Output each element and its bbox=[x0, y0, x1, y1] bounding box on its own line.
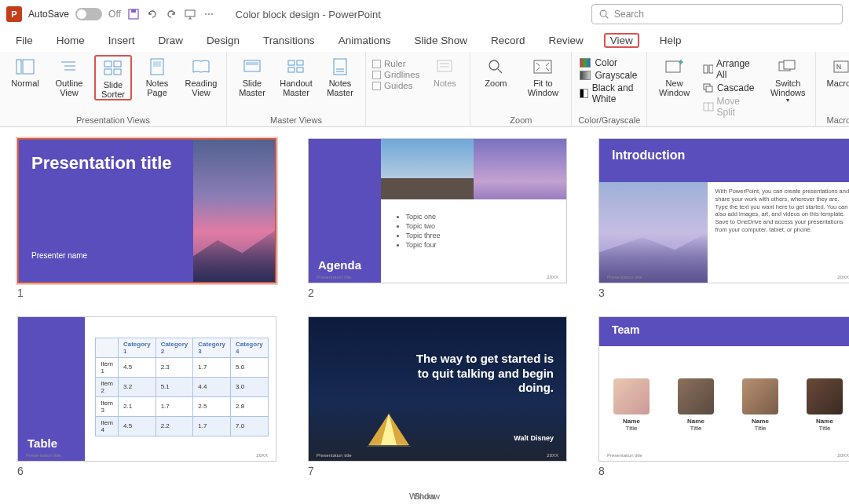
fit-to-window-button[interactable]: Fit to Window bbox=[521, 55, 565, 97]
notes-icon bbox=[434, 57, 455, 77]
tab-view[interactable]: View bbox=[604, 33, 639, 48]
group-label-macros: Macros bbox=[827, 115, 849, 126]
svg-rect-6 bbox=[23, 60, 34, 74]
slide3-title: Introduction bbox=[599, 139, 849, 182]
macros-button[interactable]: Macros bbox=[822, 55, 849, 88]
arrange-icon bbox=[703, 64, 713, 74]
notes-master-button[interactable]: Notes Master bbox=[321, 55, 359, 97]
tent-illustration bbox=[365, 412, 412, 447]
present-icon[interactable] bbox=[184, 8, 196, 20]
search-box[interactable]: Search bbox=[591, 4, 843, 24]
notes-button[interactable]: Notes bbox=[426, 55, 463, 126]
checkbox-icon bbox=[372, 71, 381, 79]
new-window-button[interactable]: New Window bbox=[653, 55, 695, 97]
svg-rect-12 bbox=[104, 69, 112, 75]
svg-rect-11 bbox=[114, 61, 121, 67]
tab-record[interactable]: Record bbox=[488, 33, 529, 48]
checkbox-icon bbox=[372, 82, 381, 90]
slide-thumb-1[interactable]: Presentation title Presenter name 1 bbox=[17, 138, 276, 299]
blackwhite-button[interactable]: Black and White bbox=[578, 82, 640, 105]
ribbon-tabs: File Home Insert Draw Design Transitions… bbox=[0, 28, 849, 52]
slide-sorter-pane[interactable]: Presentation title Presenter name 1 Topi… bbox=[0, 127, 849, 488]
color-button[interactable]: Color bbox=[578, 57, 619, 69]
slide-sorter-icon bbox=[103, 58, 123, 79]
tab-home[interactable]: Home bbox=[53, 33, 88, 48]
svg-rect-31 bbox=[666, 61, 680, 72]
slide-thumb-2[interactable]: Topic one Topic two Topic three Topic fo… bbox=[308, 138, 567, 299]
outline-view-button[interactable]: Outline View bbox=[50, 55, 88, 100]
avatar bbox=[742, 378, 778, 415]
svg-rect-10 bbox=[104, 61, 112, 67]
save-icon[interactable] bbox=[127, 8, 140, 20]
autosave-state: Off bbox=[108, 9, 121, 20]
reading-view-button[interactable]: Reading View bbox=[182, 55, 220, 100]
slide-master-button[interactable]: Slide Master bbox=[233, 55, 271, 97]
normal-view-button[interactable]: Normal bbox=[6, 55, 44, 100]
slide-thumb-6[interactable]: Table Category 1Category 2Category 3Cate… bbox=[17, 316, 276, 477]
guides-checkbox[interactable]: Guides bbox=[372, 80, 419, 91]
slide-thumb-3[interactable]: Introduction With PowerPoint, you can cr… bbox=[598, 138, 849, 299]
svg-point-3 bbox=[600, 10, 606, 16]
autosave-toggle[interactable] bbox=[75, 8, 102, 20]
svg-rect-32 bbox=[704, 65, 708, 73]
slide1-title: Presentation title bbox=[31, 154, 181, 173]
new-window-icon bbox=[664, 57, 685, 77]
notes-page-button[interactable]: Notes Page bbox=[138, 55, 176, 100]
slide-thumb-8[interactable]: Team NameTitle NameTitle NameTitle NameT… bbox=[598, 316, 849, 477]
tab-slideshow[interactable]: Slide Show bbox=[411, 33, 470, 48]
redo-icon[interactable] bbox=[165, 8, 177, 20]
slide2-title: Agenda bbox=[318, 258, 361, 272]
zoom-button[interactable]: Zoom bbox=[477, 55, 514, 97]
qat-customize-icon[interactable]: ⋯ bbox=[203, 8, 215, 20]
gridlines-checkbox[interactable]: Gridlines bbox=[372, 69, 419, 80]
tab-design[interactable]: Design bbox=[203, 33, 243, 48]
move-split-button: Move Split bbox=[701, 94, 761, 119]
slide-number: 6 bbox=[17, 465, 276, 477]
switch-windows-icon bbox=[778, 57, 798, 77]
slide-sorter-button[interactable]: Slide Sorter bbox=[94, 55, 132, 100]
svg-rect-30 bbox=[534, 60, 551, 73]
group-label-window: Window bbox=[0, 491, 849, 502]
slide6-table: Category 1Category 2Category 3Category 4… bbox=[95, 338, 268, 436]
ruler-checkbox[interactable]: Ruler bbox=[372, 58, 419, 69]
cascade-button[interactable]: Cascade bbox=[701, 81, 761, 94]
slide-thumb-7[interactable]: The way to get started is to quit talkin… bbox=[308, 316, 567, 477]
svg-rect-19 bbox=[297, 60, 303, 65]
title-bar: P AutoSave Off ⋯ Color block design - Po… bbox=[0, 0, 849, 28]
switch-windows-button[interactable]: Switch Windows▾ bbox=[767, 55, 809, 104]
dropdown-caret-icon: ▾ bbox=[786, 97, 789, 104]
grayscale-button[interactable]: Grayscale bbox=[578, 69, 639, 82]
tab-help[interactable]: Help bbox=[657, 33, 685, 48]
handout-master-button[interactable]: Handout Master bbox=[277, 55, 315, 97]
group-presentation-views: Normal Outline View Slide Sorter Notes P… bbox=[0, 52, 227, 126]
tab-file[interactable]: File bbox=[13, 33, 36, 48]
svg-rect-13 bbox=[114, 69, 121, 75]
group-color-grayscale: Color Grayscale Black and White Color/Gr… bbox=[572, 52, 647, 126]
macros-icon bbox=[831, 57, 849, 77]
normal-view-icon bbox=[15, 57, 35, 77]
arrange-all-button[interactable]: Arrange All bbox=[701, 57, 761, 81]
tab-draw[interactable]: Draw bbox=[156, 33, 187, 48]
svg-rect-5 bbox=[16, 60, 21, 74]
group-zoom: Zoom Fit to Window Zoom bbox=[470, 52, 572, 126]
search-placeholder: Search bbox=[614, 9, 644, 20]
zoom-icon bbox=[485, 57, 506, 77]
slide7-quote: The way to get started is to quit talkin… bbox=[407, 352, 554, 396]
avatar bbox=[613, 378, 650, 415]
svg-rect-39 bbox=[784, 60, 795, 69]
slide-number: 7 bbox=[308, 465, 567, 477]
reading-view-icon bbox=[191, 57, 211, 77]
slide2-image-1 bbox=[381, 139, 474, 199]
slide8-team: NameTitle NameTitle NameTitle NameTitle bbox=[599, 357, 849, 453]
group-window: New Window Arrange All Cascade Move Spli… bbox=[647, 52, 815, 126]
slide2-image-2 bbox=[474, 139, 566, 199]
tab-insert[interactable]: Insert bbox=[105, 33, 138, 48]
tab-transitions[interactable]: Transitions bbox=[260, 33, 318, 48]
fit-window-icon bbox=[532, 57, 553, 77]
tab-animations[interactable]: Animations bbox=[335, 33, 394, 48]
slide-number: 3 bbox=[598, 287, 849, 299]
undo-icon[interactable] bbox=[146, 8, 159, 20]
notes-master-icon bbox=[330, 57, 350, 77]
tab-review[interactable]: Review bbox=[546, 33, 587, 48]
svg-line-29 bbox=[498, 69, 502, 73]
